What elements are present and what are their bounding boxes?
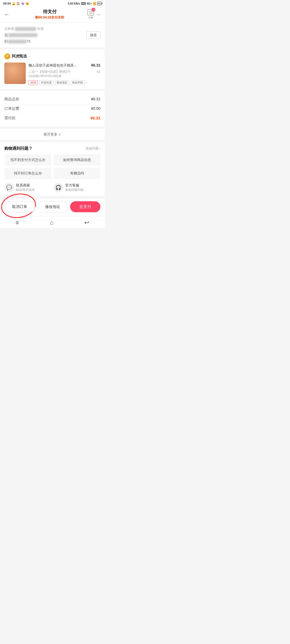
subtitle-suffix: 支付关闭 xyxy=(51,16,64,19)
header: ← 待支付 剩00:04:26支付关闭 📋 11 订单 ··· xyxy=(0,6,105,23)
nav-bar: ≡ ⌂ ↩ xyxy=(0,216,105,228)
shipping-value: ¥0.00 xyxy=(91,106,100,111)
time: 09:04 xyxy=(3,2,11,5)
shipping-label: 订单运费 xyxy=(4,106,19,111)
shop-name[interactable]: 阿虎甄选 xyxy=(12,54,27,59)
product-image xyxy=(4,63,26,84)
faq-more[interactable]: 其他问题 › xyxy=(86,146,100,151)
tag-compensation: -赔四 xyxy=(28,80,38,85)
faq-item-4[interactable]: 有赠品吗 xyxy=(53,168,100,179)
merchant-sub: 物流/售后咨询 xyxy=(16,188,35,192)
product-activity: /活动倒计时00:00:18结束 xyxy=(28,74,100,78)
tag-damage: 坏损包退 xyxy=(39,80,53,85)
service-sub: 其他问题/纠纷 xyxy=(65,188,84,192)
wifi-icon: 📶 xyxy=(93,2,96,5)
faq-item-3[interactable]: 找不到订单怎么办 xyxy=(4,168,51,179)
expand-more[interactable]: 展开更多 ∨ xyxy=(0,129,105,140)
product-price: ¥6.31 xyxy=(91,63,100,67)
product-image-inner xyxy=(4,63,26,84)
subtitle-prefix: 剩 xyxy=(35,16,38,19)
price-summary-section: 商品总价 ¥6.31 订单运费 ¥0.00 需付款 ¥6.31 xyxy=(0,91,105,126)
merchant-label: 联系商家 xyxy=(16,183,35,188)
header-right: 📋 11 订单 ··· xyxy=(88,9,100,20)
merchant-info: 联系商家 物流/售后咨询 xyxy=(16,183,35,192)
address-detail: 云 xyxy=(4,32,100,38)
cancel-order-button[interactable]: 取消订单 xyxy=(4,201,35,213)
address-blur-3 xyxy=(8,40,27,43)
product-name: 懒人压饺子皮神器包包子模具… xyxy=(28,63,91,68)
address-blur-2 xyxy=(8,33,38,37)
tags-row: -赔四 坏损包退 极速退款 晚发即赔 › xyxy=(28,80,100,85)
bottom-bar: 取消订单 修改地址 去支付 xyxy=(0,198,105,216)
back-button[interactable]: ← xyxy=(4,11,12,17)
order-icon-box: 📋 11 xyxy=(88,9,94,16)
status-left: 09:04 🔔 🏠 👾 😺 xyxy=(3,2,29,5)
service-info: 官方客服 其他问题/纠纷 xyxy=(65,183,84,192)
merchant-icon: 💬 xyxy=(4,183,14,192)
tags-arrow: › xyxy=(86,81,87,84)
pay-label: 需付款 xyxy=(4,116,16,120)
product-price-row: 懒人压饺子皮神器包包子模具… ¥6.31 xyxy=(28,63,100,69)
product-spec-row: 二合一【包饺+压皮】橙色1个 x1 xyxy=(28,69,100,74)
order-label: 订单 xyxy=(88,16,93,20)
edit-address-button-bottom[interactable]: 修改地址 xyxy=(37,201,68,213)
product-row: 懒人压饺子皮神器包包子模具… ¥6.31 二合一【包饺+压皮】橙色1个 x1 /… xyxy=(4,63,100,85)
nav-menu-icon[interactable]: ≡ xyxy=(16,219,19,226)
address-region: 云南省 街道 xyxy=(4,27,100,31)
address-phone: 彭72 xyxy=(4,39,100,44)
tag-late: 晚发即赔 xyxy=(71,80,85,85)
faq-title: 购物遇到问题？ xyxy=(4,146,32,151)
product-info: 懒人压饺子皮神器包包子模具… ¥6.31 二合一【包饺+压皮】橙色1个 x1 /… xyxy=(28,63,100,85)
address-section: 云南省 街道 云 彭72 修改 xyxy=(0,23,105,47)
pay-value: ¥6.31 xyxy=(90,116,100,120)
notification-icons: 🔔 🏠 👾 😺 xyxy=(12,2,29,5)
payment-timer: 剩00:04:26支付关闭 xyxy=(12,15,88,20)
shipping-price-row: 订单运费 ¥0.00 xyxy=(4,104,100,114)
shop-header: 虎 阿虎甄选 › xyxy=(4,53,100,59)
total-value: ¥6.31 xyxy=(91,97,100,102)
product-spec: 二合一【包饺+压皮】橙色1个 xyxy=(28,69,97,74)
service-icon: 🎧 xyxy=(53,183,63,192)
shop-arrow: › xyxy=(28,54,30,58)
tag-refund: 极速退款 xyxy=(55,80,69,85)
edit-address-button[interactable]: 修改 xyxy=(86,31,100,39)
signal-type: 4G+ xyxy=(87,2,92,5)
product-qty: x1 xyxy=(97,69,100,74)
nav-home-icon[interactable]: ⌂ xyxy=(50,219,53,226)
pay-button[interactable]: 去支付 xyxy=(70,201,100,212)
hd-icon: HD xyxy=(81,2,86,5)
address-blur-1 xyxy=(15,27,36,31)
shop-avatar: 虎 xyxy=(4,53,10,59)
battery-icon: 61 xyxy=(97,2,102,5)
timer-value: 00:04:26 xyxy=(38,16,51,19)
order-icon[interactable]: 📋 11 订单 xyxy=(88,9,94,20)
network-speed: 5.60 KB/s xyxy=(68,2,80,5)
status-right: 5.60 KB/s HD 4G+ 📶 61 xyxy=(68,2,102,5)
faq-item-2[interactable]: 如何查询商品信息 xyxy=(53,154,100,166)
header-center: 待支付 剩00:04:26支付关闭 xyxy=(12,9,88,20)
page-title: 待支付 xyxy=(12,9,88,15)
faq-grid: 找不到支付方式怎么办 如何查询商品信息 找不到订单怎么办 有赠品吗 xyxy=(4,154,100,179)
contact-row: 💬 联系商家 物流/售后咨询 🎧 官方客服 其他问题/纠纷 xyxy=(4,183,100,192)
status-bar: 09:04 🔔 🏠 👾 😺 5.60 KB/s HD 4G+ 📶 61 xyxy=(0,0,105,6)
faq-item-1[interactable]: 找不到支付方式怎么办 xyxy=(4,154,51,166)
nav-back-icon[interactable]: ↩ xyxy=(84,219,89,226)
faq-section: 购物遇到问题？ 其他问题 › 找不到支付方式怎么办 如何查询商品信息 找不到订单… xyxy=(0,142,105,196)
contact-service[interactable]: 🎧 官方客服 其他问题/纠纷 xyxy=(53,183,100,192)
faq-header: 购物遇到问题？ 其他问题 › xyxy=(4,146,100,151)
contact-merchant[interactable]: 💬 联系商家 物流/售后咨询 xyxy=(4,183,51,192)
shop-section: 虎 阿虎甄选 › 懒人压饺子皮神器包包子模具… ¥6.31 二合一【包饺+压皮】… xyxy=(0,50,105,89)
order-badge: 11 xyxy=(92,8,95,12)
more-button[interactable]: ··· xyxy=(97,11,100,17)
total-price-row: 商品总价 ¥6.31 xyxy=(4,95,100,104)
pay-price-row: 需付款 ¥6.31 xyxy=(4,114,100,123)
service-label: 官方客服 xyxy=(65,183,84,188)
total-label: 商品总价 xyxy=(4,97,19,102)
